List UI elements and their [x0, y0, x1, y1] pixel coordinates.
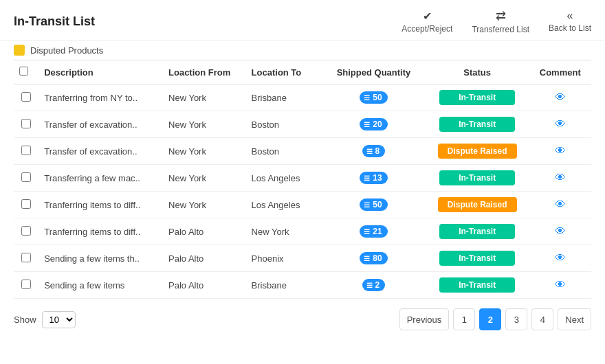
- row-checkbox-cell: [14, 111, 38, 138]
- row-description: Transfer of excavation..: [38, 138, 163, 165]
- eye-icon[interactable]: 👁: [555, 225, 566, 237]
- row-checkbox[interactable]: [21, 92, 31, 102]
- row-checkbox[interactable]: [21, 199, 31, 209]
- page-title: In-Transit List: [14, 14, 95, 29]
- table-row: Tranferring items to diff..New YorkLos A…: [14, 192, 591, 218]
- row-location-from: New York: [163, 192, 246, 218]
- row-checkbox-cell: [14, 245, 38, 272]
- in-transit-table: Description Loaction From Location To Sh…: [14, 60, 591, 299]
- accept-reject-button[interactable]: ✔ Accept/Reject: [402, 10, 452, 34]
- row-location-to: Los Angeles: [246, 165, 322, 192]
- row-comment: 👁: [529, 245, 591, 272]
- row-checkbox-cell: [14, 218, 38, 245]
- list-icon: ☰: [364, 201, 370, 209]
- page-3-button[interactable]: 3: [505, 308, 527, 330]
- transferred-list-icon: ⇄: [496, 8, 506, 23]
- row-location-from: Palo Alto: [163, 218, 246, 245]
- show-select[interactable]: 10 20 50: [42, 311, 76, 328]
- accept-reject-icon: ✔: [423, 10, 432, 23]
- eye-icon[interactable]: 👁: [555, 145, 566, 157]
- row-shipped-qty: ☰21: [322, 218, 426, 245]
- transferred-list-button[interactable]: ⇄ Transferred List: [472, 8, 529, 34]
- row-location-from: New York: [163, 111, 246, 138]
- back-to-list-button[interactable]: « Back to List: [549, 10, 591, 33]
- row-description: Tranferring items to diff..: [38, 218, 163, 245]
- qty-badge: ☰2: [362, 279, 386, 291]
- row-shipped-qty: ☰80: [322, 245, 426, 272]
- eye-icon[interactable]: 👁: [555, 91, 566, 103]
- list-icon: ☰: [364, 228, 370, 236]
- header-actions: ✔ Accept/Reject ⇄ Transferred List « Bac…: [402, 8, 591, 34]
- col-location-to: Location To: [246, 60, 322, 84]
- status-badge: In-Transit: [439, 170, 515, 185]
- eye-icon[interactable]: 👁: [555, 279, 566, 291]
- list-icon: ☰: [366, 282, 373, 289]
- row-location-from: New York: [163, 165, 246, 192]
- eye-icon[interactable]: 👁: [555, 172, 566, 183]
- back-to-list-label: Back to List: [549, 23, 591, 33]
- qty-badge: ☰13: [360, 172, 387, 184]
- status-badge: In-Transit: [439, 90, 515, 105]
- page-4-button[interactable]: 4: [531, 308, 553, 330]
- page-1-button[interactable]: 1: [453, 308, 475, 330]
- row-shipped-qty: ☰8: [322, 138, 426, 165]
- table-row: Transfer of excavation..New YorkBoston☰8…: [14, 138, 591, 165]
- row-checkbox[interactable]: [21, 119, 31, 128]
- row-checkbox[interactable]: [21, 172, 31, 182]
- disputed-products-row: Disputed Products: [0, 41, 605, 60]
- row-status: Dispute Raised: [426, 138, 529, 165]
- col-comment: Comment: [529, 60, 591, 84]
- table-row: Transferring a few mac..New YorkLos Ange…: [14, 165, 591, 192]
- row-shipped-qty: ☰13: [322, 165, 426, 192]
- row-description: Tranferring from NY to..: [38, 84, 163, 111]
- row-checkbox-cell: [14, 192, 38, 218]
- row-location-to: Brisbane: [246, 272, 322, 299]
- row-description: Transferring a few mac..: [38, 165, 163, 192]
- row-status: Dispute Raised: [426, 192, 529, 218]
- row-shipped-qty: ☰50: [322, 192, 426, 218]
- qty-badge: ☰20: [360, 118, 387, 130]
- list-icon: ☰: [364, 94, 370, 102]
- row-location-to: Boston: [246, 138, 322, 165]
- list-icon: ☰: [366, 148, 373, 155]
- show-row: Show 10 20 50: [14, 311, 76, 328]
- row-location-to: New York: [246, 218, 322, 245]
- list-icon: ☰: [364, 255, 370, 262]
- table-row: Tranferring items to diff..Palo AltoNew …: [14, 218, 591, 245]
- col-description: Description: [38, 60, 163, 84]
- eye-icon[interactable]: 👁: [555, 198, 566, 210]
- table-row: Transfer of excavation..New YorkBoston☰2…: [14, 111, 591, 138]
- table-row: Sending a few itemsPalo AltoBrisbane☰2In…: [14, 272, 591, 299]
- row-location-from: Palo Alto: [163, 245, 246, 272]
- table-container: Description Loaction From Location To Sh…: [0, 60, 605, 299]
- col-location-from: Loaction From: [163, 60, 246, 84]
- list-icon: ☰: [364, 174, 370, 182]
- row-comment: 👁: [529, 165, 591, 192]
- row-checkbox[interactable]: [21, 146, 31, 155]
- row-checkbox[interactable]: [21, 253, 31, 262]
- table-header-row: Description Loaction From Location To Sh…: [14, 60, 591, 84]
- previous-button[interactable]: Previous: [399, 308, 450, 330]
- row-description: Sending a few items: [38, 272, 163, 299]
- row-shipped-qty: ☰20: [322, 111, 426, 138]
- row-location-to: Phoenix: [246, 245, 322, 272]
- row-location-to: Brisbane: [246, 84, 322, 111]
- row-checkbox[interactable]: [21, 280, 31, 289]
- select-all-checkbox[interactable]: [19, 67, 28, 76]
- next-button[interactable]: Next: [558, 308, 591, 330]
- row-comment: 👁: [529, 84, 591, 111]
- qty-badge: ☰21: [360, 225, 387, 238]
- disputed-dot: [14, 45, 25, 56]
- row-location-to: Los Angeles: [246, 192, 322, 218]
- eye-icon[interactable]: 👁: [555, 118, 566, 130]
- row-checkbox-cell: [14, 84, 38, 111]
- row-checkbox[interactable]: [21, 226, 31, 236]
- col-checkbox: [14, 60, 38, 84]
- row-description: Transfer of excavation..: [38, 111, 163, 138]
- page-2-button[interactable]: 2: [479, 308, 501, 330]
- status-badge: Dispute Raised: [438, 144, 517, 159]
- eye-icon[interactable]: 👁: [555, 252, 566, 264]
- table-footer: Show 10 20 50 Previous 1 2 3 4 Next: [0, 302, 605, 337]
- qty-badge: ☰80: [360, 252, 387, 264]
- status-badge: In-Transit: [439, 224, 515, 239]
